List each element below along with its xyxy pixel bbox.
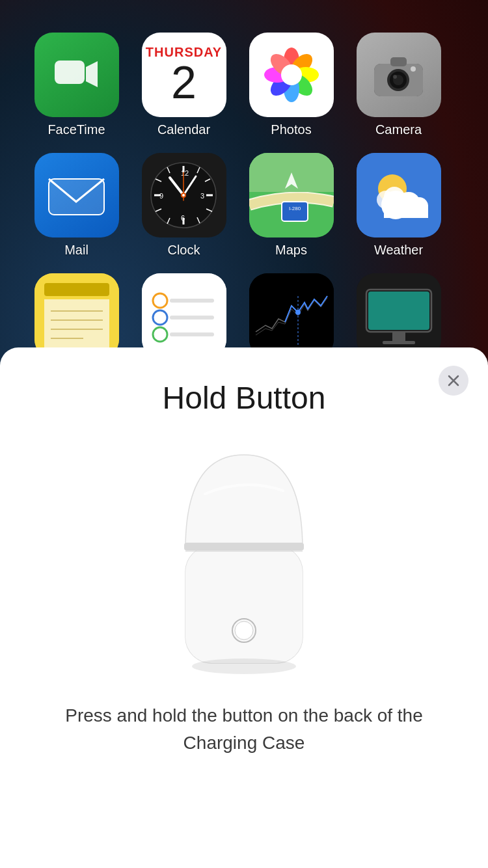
app-camera[interactable]: Camera xyxy=(348,33,449,146)
app-weather[interactable]: Weather xyxy=(348,153,449,267)
clock-svg: 12 6 3 9 xyxy=(146,158,221,233)
weather-svg xyxy=(357,153,441,237)
svg-text:9: 9 xyxy=(159,192,163,200)
photos-inner xyxy=(249,33,334,117)
mail-icon xyxy=(34,153,119,237)
svg-rect-75 xyxy=(368,292,429,330)
svg-rect-13 xyxy=(390,57,407,66)
notes-icon xyxy=(34,273,119,358)
app-calendar[interactable]: Thursday 2 Calendar xyxy=(133,33,234,146)
camera-svg xyxy=(371,51,426,100)
modal-title: Hold Button xyxy=(163,380,326,416)
clock-icon: 12 6 3 9 xyxy=(142,153,226,237)
app-clock[interactable]: 12 6 3 9 Clock xyxy=(133,153,234,267)
stocks-icon xyxy=(249,273,334,358)
camera-icon xyxy=(357,33,441,117)
svg-rect-0 xyxy=(55,61,85,84)
svg-point-84 xyxy=(192,658,296,674)
maps-svg: I-280 xyxy=(249,153,334,237)
modal-description: Press and hold the button on the back of… xyxy=(62,702,426,757)
svg-text:I-280: I-280 xyxy=(288,206,301,211)
airpods-svg xyxy=(153,442,335,676)
svg-rect-58 xyxy=(44,299,109,348)
reminders-svg xyxy=(142,273,226,358)
svg-marker-1 xyxy=(86,61,98,87)
svg-rect-46 xyxy=(282,202,308,221)
photos-svg xyxy=(259,42,324,107)
svg-text:3: 3 xyxy=(200,192,204,200)
notes-svg xyxy=(34,273,119,358)
app-photos[interactable]: Photos xyxy=(241,33,342,146)
close-button[interactable] xyxy=(439,366,468,396)
facetime-label: FaceTime xyxy=(47,122,105,137)
photos-label: Photos xyxy=(271,122,311,137)
svg-rect-76 xyxy=(392,332,405,342)
calendar-inner: Thursday 2 xyxy=(142,33,226,117)
facetime-svg xyxy=(53,57,100,93)
weather-label: Weather xyxy=(374,243,423,258)
svg-point-55 xyxy=(384,187,405,208)
mail-label: Mail xyxy=(64,243,88,258)
screen-icon xyxy=(357,273,441,358)
svg-point-17 xyxy=(393,75,397,79)
svg-rect-79 xyxy=(185,546,303,663)
svg-text:6: 6 xyxy=(181,214,185,222)
svg-point-10 xyxy=(281,64,302,85)
app-grid: FaceTime Thursday 2 Calendar xyxy=(26,33,449,387)
facetime-icon xyxy=(34,33,119,117)
svg-rect-57 xyxy=(44,283,109,296)
app-facetime[interactable]: FaceTime xyxy=(26,33,127,146)
airpods-case-illustration xyxy=(153,442,335,676)
app-mail[interactable]: Mail xyxy=(26,153,127,267)
stocks-svg xyxy=(249,273,334,358)
svg-rect-19 xyxy=(49,179,104,215)
weather-icon xyxy=(357,153,441,237)
svg-rect-80 xyxy=(184,543,304,550)
close-icon xyxy=(448,375,459,387)
photos-icon xyxy=(249,33,334,117)
camera-label: Camera xyxy=(375,122,422,137)
svg-rect-77 xyxy=(383,341,415,344)
svg-point-18 xyxy=(411,66,416,72)
maps-icon: I-280 xyxy=(249,153,334,237)
svg-rect-70 xyxy=(249,273,334,358)
modal-sheet: Hold Button xyxy=(0,347,488,868)
maps-label: Maps xyxy=(275,243,307,258)
svg-text:12: 12 xyxy=(181,169,189,177)
screen-svg xyxy=(357,273,441,358)
mail-svg xyxy=(46,172,107,218)
app-maps[interactable]: I-280 Maps xyxy=(241,153,342,267)
svg-point-43 xyxy=(182,194,185,197)
reminders-icon xyxy=(142,273,226,358)
clock-label: Clock xyxy=(167,243,200,258)
calendar-icon: Thursday 2 xyxy=(142,33,226,117)
calendar-label: Calendar xyxy=(157,122,210,137)
calendar-day: 2 xyxy=(171,60,197,105)
svg-point-83 xyxy=(235,621,253,640)
